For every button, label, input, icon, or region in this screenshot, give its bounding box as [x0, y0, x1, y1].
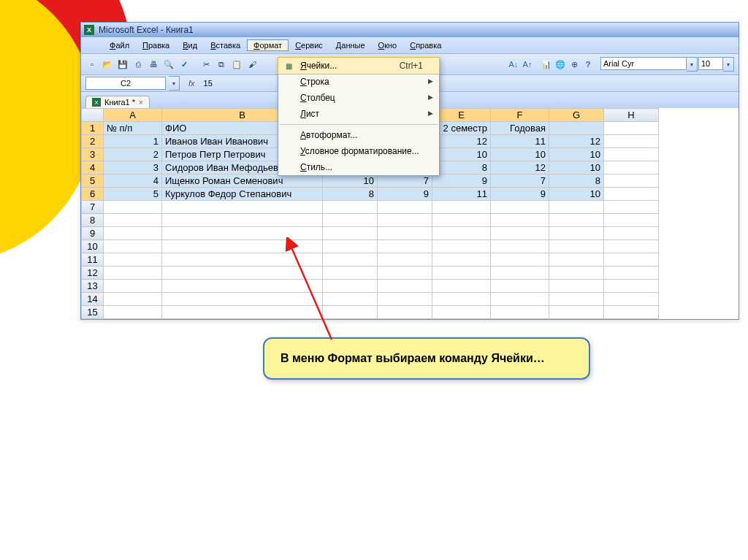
- cell-empty[interactable]: [549, 293, 604, 306]
- cell-B6[interactable]: Куркулов Федор Степанович: [162, 188, 323, 201]
- cell-empty[interactable]: [491, 280, 549, 293]
- row-header-7[interactable]: 7: [82, 201, 104, 214]
- row-header-11[interactable]: 11: [82, 253, 104, 266]
- cell-H2[interactable]: [604, 135, 659, 148]
- row-header-1[interactable]: 1: [82, 122, 104, 135]
- cell-empty[interactable]: [549, 306, 604, 319]
- open-icon[interactable]: 📂: [101, 58, 114, 71]
- cell-empty[interactable]: [604, 214, 659, 227]
- format-painter-icon[interactable]: 🖌: [245, 58, 259, 71]
- cell-empty[interactable]: [432, 227, 491, 240]
- new-icon[interactable]: ▫: [85, 58, 99, 71]
- help-icon[interactable]: ?: [581, 58, 595, 71]
- cell-empty[interactable]: [549, 227, 604, 240]
- cell-empty[interactable]: [491, 293, 549, 306]
- cell-D5[interactable]: 7: [378, 174, 432, 188]
- cell-empty[interactable]: [491, 240, 549, 253]
- cell-empty[interactable]: [104, 306, 162, 319]
- menu-файл[interactable]: Файл: [103, 39, 136, 51]
- cell-empty[interactable]: [378, 240, 432, 253]
- menu-item-условное форматирование[interactable]: Условное форматирование...: [278, 143, 439, 159]
- cell-A5[interactable]: 4: [104, 174, 162, 188]
- menu-вставка[interactable]: Вставка: [204, 39, 247, 51]
- cell-empty[interactable]: [104, 253, 162, 266]
- row-header-13[interactable]: 13: [82, 280, 104, 293]
- cell-empty[interactable]: [549, 280, 604, 293]
- fx-icon[interactable]: fx: [183, 79, 201, 88]
- column-header-E[interactable]: E: [432, 109, 491, 122]
- column-header-F[interactable]: F: [491, 109, 549, 122]
- cell-empty[interactable]: [432, 214, 491, 227]
- font-size-dropdown[interactable]: ▾: [723, 57, 734, 72]
- cell-H1[interactable]: [604, 122, 659, 135]
- row-header-10[interactable]: 10: [82, 240, 104, 253]
- workbook-tab[interactable]: X Книга1 * ×: [85, 96, 150, 108]
- cell-H5[interactable]: [604, 174, 659, 188]
- cell-empty[interactable]: [104, 280, 162, 293]
- cell-F3[interactable]: 10: [491, 148, 549, 161]
- cell-empty[interactable]: [432, 253, 491, 266]
- cell-empty[interactable]: [104, 266, 162, 280]
- cell-C6[interactable]: 8: [323, 188, 378, 201]
- save-as-icon[interactable]: ⎙: [131, 58, 145, 71]
- formula-bar[interactable]: 15: [204, 79, 213, 88]
- cell-empty[interactable]: [432, 306, 491, 319]
- cell-H6[interactable]: [604, 188, 659, 201]
- cell-empty[interactable]: [323, 214, 378, 227]
- cell-E4[interactable]: 8: [432, 161, 491, 174]
- cell-empty[interactable]: [378, 266, 432, 280]
- cell-empty[interactable]: [378, 201, 432, 214]
- cell-empty[interactable]: [432, 201, 491, 214]
- row-header-6[interactable]: 6: [82, 188, 104, 201]
- cell-empty[interactable]: [491, 227, 549, 240]
- menu-правка[interactable]: Правка: [136, 39, 176, 51]
- cell-E2[interactable]: 12: [432, 135, 491, 148]
- cell-A6[interactable]: 5: [104, 188, 162, 201]
- cell-F4[interactable]: 12: [491, 161, 549, 174]
- sort-desc-icon[interactable]: A↑: [521, 58, 534, 71]
- name-box-dropdown[interactable]: ▾: [169, 76, 180, 91]
- cell-F1[interactable]: Годовая: [491, 122, 549, 135]
- cell-empty[interactable]: [491, 306, 549, 319]
- select-all-cell[interactable]: [82, 109, 104, 122]
- cell-empty[interactable]: [604, 253, 659, 266]
- cell-empty[interactable]: [549, 253, 604, 266]
- cell-G5[interactable]: 8: [549, 174, 604, 188]
- cell-empty[interactable]: [378, 280, 432, 293]
- cell-empty[interactable]: [432, 293, 491, 306]
- cell-empty[interactable]: [104, 201, 162, 214]
- cell-empty[interactable]: [432, 240, 491, 253]
- cell-G3[interactable]: 10: [549, 148, 604, 161]
- close-tab-icon[interactable]: ×: [139, 99, 143, 107]
- cell-empty[interactable]: [549, 266, 604, 280]
- row-header-9[interactable]: 9: [82, 227, 104, 240]
- menu-item-строка[interactable]: Строка▶: [278, 74, 439, 90]
- menu-окно[interactable]: Окно: [372, 39, 404, 51]
- cell-empty[interactable]: [491, 266, 549, 280]
- cell-empty[interactable]: [104, 214, 162, 227]
- font-name-dropdown[interactable]: ▾: [687, 57, 698, 72]
- cell-D6[interactable]: 9: [378, 188, 432, 201]
- font-size-input[interactable]: [698, 57, 723, 70]
- cell-B5[interactable]: Ищенко Роман Семенович: [162, 174, 323, 188]
- cell-G4[interactable]: 10: [549, 161, 604, 174]
- cell-empty[interactable]: [604, 293, 659, 306]
- cell-F2[interactable]: 11: [491, 135, 549, 148]
- cell-empty[interactable]: [549, 240, 604, 253]
- cell-empty[interactable]: [162, 214, 323, 227]
- row-header-2[interactable]: 2: [82, 135, 104, 148]
- column-header-A[interactable]: A: [104, 109, 162, 122]
- menu-item-стиль[interactable]: Стиль...: [278, 159, 439, 175]
- cell-empty[interactable]: [604, 227, 659, 240]
- cell-empty[interactable]: [604, 306, 659, 319]
- paste-icon[interactable]: 📋: [230, 58, 243, 71]
- cell-G2[interactable]: 12: [549, 135, 604, 148]
- menu-item-автоформат[interactable]: Автоформат...: [278, 127, 439, 143]
- cell-E5[interactable]: 9: [432, 174, 491, 188]
- menu-item-столбец[interactable]: Столбец▶: [278, 90, 439, 106]
- drawing-icon[interactable]: 🌐: [554, 58, 567, 71]
- sort-asc-icon[interactable]: A↓: [507, 58, 520, 71]
- cell-F6[interactable]: 9: [491, 188, 549, 201]
- row-header-14[interactable]: 14: [82, 293, 104, 306]
- row-header-5[interactable]: 5: [82, 174, 104, 188]
